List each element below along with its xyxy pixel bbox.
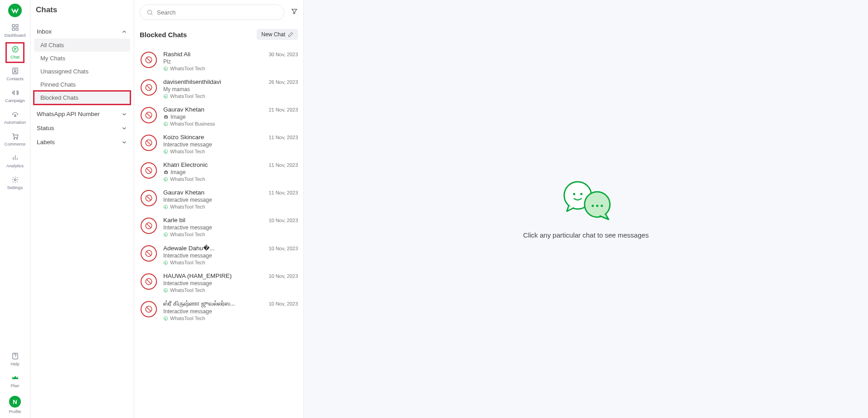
chat-source: WhatsTool Tech — [163, 287, 298, 293]
svg-point-23 — [166, 172, 167, 173]
sidebar-item-my-chats[interactable]: My Chats — [34, 52, 130, 65]
sidebar-section-label: Status — [37, 125, 54, 131]
chat-msg-text: Interactive message — [163, 280, 212, 287]
whatsapp-icon — [163, 232, 168, 237]
chat-row[interactable]: Koizo Skincare 11 Nov, 2023 Interactive … — [134, 129, 303, 157]
svg-point-12 — [148, 10, 152, 14]
chat-source-text: WhatsTool Tech — [170, 260, 205, 265]
blocked-icon — [141, 273, 157, 290]
blocked-icon — [141, 218, 157, 234]
chat-source: WhatsTool Tech — [163, 204, 298, 209]
svg-point-19 — [164, 122, 167, 126]
svg-point-10 — [14, 179, 16, 180]
nav-analytics[interactable]: Analytics — [0, 151, 30, 172]
svg-point-4 — [12, 46, 18, 52]
chat-date: 26 Nov, 2023 — [268, 79, 298, 85]
chat-source: WhatsTool Tech — [163, 149, 298, 154]
chat-row[interactable]: Gaurav Khetan 21 Nov, 2023 Image WhatsTo… — [134, 102, 303, 129]
chat-source: WhatsTool Tech — [163, 316, 298, 321]
svg-point-26 — [164, 205, 167, 209]
chat-list[interactable]: Rashid Ali 30 Nov, 2023 Plz WhatsTool Te… — [134, 46, 303, 418]
chat-row[interactable]: Karle bil 10 Nov, 2023 Interactive messa… — [134, 212, 303, 240]
sidebar-section-api[interactable]: WhatsApp API Number — [34, 107, 130, 121]
chat-msg-text: Image — [171, 114, 185, 120]
nav-campaign[interactable]: Campaign — [0, 85, 30, 107]
chat-preview: Interactive message — [163, 197, 298, 203]
chat-row[interactable]: davisenthilsenthildavi 26 Nov, 2023 My m… — [134, 74, 303, 102]
whatsapp-icon — [163, 204, 168, 209]
svg-point-9 — [16, 138, 17, 139]
search-box[interactable] — [140, 5, 284, 20]
chevron-down-icon — [121, 111, 127, 117]
svg-point-28 — [164, 233, 167, 236]
chat-name: Gaurav Khetan — [163, 106, 205, 113]
chat-row[interactable]: HAUWA (HAM_EMPIRE) 10 Nov, 2023 Interact… — [134, 268, 303, 296]
nav-dashboard[interactable]: Dashboard — [0, 20, 30, 42]
blocked-icon — [141, 107, 157, 123]
chat-row[interactable]: Gaurav Khetan 11 Nov, 2023 Interactive m… — [134, 185, 303, 212]
chat-msg-text: Interactive message — [163, 224, 212, 231]
chat-date: 10 Nov, 2023 — [268, 246, 298, 251]
chat-date: 11 Nov, 2023 — [268, 135, 298, 140]
camera-icon — [163, 114, 169, 120]
sidebar-section-labels[interactable]: Labels — [34, 135, 130, 149]
chat-date: 11 Nov, 2023 — [268, 162, 298, 168]
nav-plan[interactable]: Plan — [0, 370, 30, 392]
nav-profile[interactable]: N Profile — [0, 392, 30, 418]
new-chat-button[interactable]: New Chat — [257, 29, 298, 40]
chat-row[interactable]: Adewale Dahu�... 10 Nov, 2023 Interactiv… — [134, 240, 303, 268]
chat-date: 21 Nov, 2023 — [268, 107, 298, 112]
svg-point-30 — [164, 261, 167, 264]
nav-settings-label: Settings — [7, 185, 23, 190]
svg-point-7 — [15, 115, 16, 116]
chat-source-text: WhatsTool Business — [170, 121, 215, 126]
nav-profile-label: Profile — [9, 409, 21, 414]
sidebar-section-label: Labels — [37, 139, 55, 146]
camera-icon — [163, 170, 169, 175]
chat-row[interactable]: Rashid Ali 30 Nov, 2023 Plz WhatsTool Te… — [134, 46, 303, 74]
chat-source: WhatsTool Tech — [163, 66, 298, 71]
nav-plan-label: Plan — [10, 383, 19, 388]
sidebar-item-pinned[interactable]: Pinned Chats — [34, 78, 130, 91]
svg-point-18 — [166, 117, 167, 118]
nav-commerce[interactable]: Commerce — [0, 129, 30, 151]
svg-point-16 — [164, 94, 167, 98]
chat-source-text: WhatsTool Tech — [170, 176, 205, 182]
sidebar-section-status[interactable]: Status — [34, 121, 130, 135]
avatar: N — [9, 396, 21, 408]
search-icon — [146, 9, 153, 16]
sidebar-item-unassigned[interactable]: Unassigned Chats — [34, 65, 130, 78]
chevron-down-icon — [121, 125, 127, 131]
svg-point-40 — [596, 204, 599, 207]
chat-preview: Interactive message — [163, 224, 298, 231]
chat-msg-text: Interactive message — [163, 197, 212, 203]
chat-name: davisenthilsenthildavi — [163, 78, 221, 85]
sidebar-section-inbox[interactable]: Inbox — [34, 24, 130, 39]
svg-rect-5 — [12, 68, 17, 74]
chat-preview: My mamas — [163, 86, 298, 92]
sidebar-item-all-chats[interactable]: All Chats — [34, 39, 130, 52]
whatsapp-icon — [163, 288, 168, 293]
svg-rect-2 — [12, 28, 15, 30]
filter-button[interactable] — [291, 8, 298, 17]
chat-name: Gaurav Khetan — [163, 189, 205, 196]
blocked-icon — [141, 245, 157, 262]
svg-point-14 — [164, 67, 167, 70]
sidebar-item-blocked[interactable]: Blocked Chats — [34, 91, 130, 104]
chat-illustration-icon — [559, 180, 613, 220]
nav-settings[interactable]: Settings — [0, 172, 30, 194]
edit-icon — [288, 32, 293, 37]
svg-point-41 — [601, 204, 603, 207]
chat-msg-text: Interactive message — [163, 308, 212, 315]
chat-preview: Image — [163, 169, 298, 175]
blocked-icon — [141, 190, 157, 206]
nav-automation-label: Automation — [4, 120, 26, 125]
nav-contacts[interactable]: Contacts — [0, 63, 30, 85]
chat-row[interactable]: Khatri Electronic 11 Nov, 2023 Image Wha… — [134, 157, 303, 185]
nav-automation[interactable]: Automation — [0, 107, 30, 129]
search-input[interactable] — [157, 9, 278, 16]
nav-help[interactable]: Help — [0, 349, 30, 370]
chat-row[interactable]: ஸ்ரீ கிருஷ்ணா ஜுவல்லர்ஸ... 10 Nov, 2023 … — [134, 296, 303, 324]
nav-contacts-label: Contacts — [6, 76, 24, 81]
nav-chat[interactable]: Chat — [0, 42, 30, 63]
